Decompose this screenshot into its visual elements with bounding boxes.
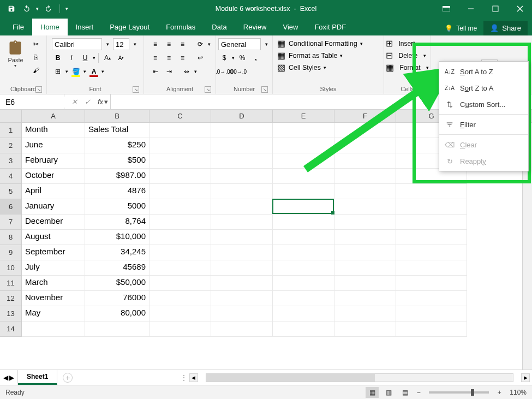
tab-formulas[interactable]: Formulas [158, 19, 204, 35]
cell[interactable] [273, 230, 334, 245]
horizontal-scrollbar[interactable]: ◀ ▶ [187, 370, 532, 385]
align-bottom-icon[interactable]: ≡ [177, 38, 189, 50]
row-header[interactable]: 12 [0, 291, 22, 306]
save-icon[interactable] [5, 3, 17, 15]
cell-styles-button[interactable]: ▧ Cell Styles▾ [277, 62, 326, 73]
cell[interactable] [150, 215, 211, 230]
cell[interactable] [211, 245, 273, 260]
cell[interactable] [334, 230, 396, 245]
cell[interactable]: $50,000 [85, 276, 150, 291]
font-size-select[interactable] [113, 38, 129, 50]
align-center-icon[interactable]: ≡ [163, 52, 175, 64]
align-right-icon[interactable]: ≡ [177, 52, 189, 64]
cell[interactable]: September [22, 245, 85, 260]
undo-icon[interactable] [21, 3, 33, 15]
cell[interactable] [334, 291, 396, 306]
format-cells-button[interactable]: ▦ Format ▾ [386, 62, 429, 73]
cell[interactable]: 80,000 [85, 306, 150, 321]
sheet-nav-next-icon[interactable]: ▶ [9, 374, 14, 382]
cell[interactable]: July [22, 260, 85, 276]
row-header[interactable]: 11 [0, 276, 22, 291]
borders-icon[interactable]: ⊞ [52, 65, 64, 78]
row-header[interactable]: 14 [0, 321, 22, 337]
increase-decimal-icon[interactable]: .0→.00 [218, 65, 230, 78]
cell[interactable] [273, 245, 334, 260]
cell[interactable] [334, 199, 396, 215]
cell[interactable] [396, 260, 467, 276]
cell[interactable]: 34,245 [85, 245, 150, 260]
tab-home[interactable]: Home [32, 19, 68, 35]
font-color-icon[interactable]: A [88, 65, 100, 78]
row-header[interactable]: 5 [0, 184, 22, 199]
bold-button[interactable]: B [52, 52, 64, 64]
cell[interactable]: December [22, 215, 85, 230]
cell[interactable] [22, 321, 85, 337]
cell[interactable] [150, 321, 211, 337]
insert-function-icon[interactable]: fx [95, 98, 106, 106]
dialog-launcher-icon[interactable]: ↘ [35, 86, 42, 93]
cell[interactable] [273, 321, 334, 337]
cell[interactable] [273, 291, 334, 306]
cell[interactable] [396, 291, 467, 306]
qat-customize-icon[interactable]: ▾ [65, 6, 68, 11]
scroll-left-icon[interactable]: ◀ [189, 373, 198, 382]
cell[interactable] [211, 138, 273, 153]
cell[interactable] [211, 153, 273, 169]
cell[interactable] [334, 260, 396, 276]
percent-icon[interactable]: % [236, 52, 248, 64]
cell[interactable] [85, 321, 150, 337]
row-header[interactable]: 7 [0, 215, 22, 230]
row-header[interactable]: 8 [0, 230, 22, 245]
cell[interactable] [273, 306, 334, 321]
italic-button[interactable]: I [65, 52, 77, 64]
select-all-button[interactable] [0, 110, 22, 123]
sort-z-to-a-item[interactable]: Z↓A Sort Z to A [439, 80, 528, 96]
cell[interactable]: $987.00 [85, 169, 150, 184]
cell[interactable] [396, 321, 467, 337]
row-header[interactable]: 4 [0, 169, 22, 184]
cell[interactable]: April [22, 184, 85, 199]
increase-indent-icon[interactable]: ⇥ [163, 65, 175, 78]
redo-icon[interactable] [42, 3, 54, 15]
cell[interactable] [396, 215, 467, 230]
align-left-icon[interactable]: ≡ [150, 52, 162, 64]
cell[interactable] [211, 123, 273, 138]
cell[interactable] [334, 245, 396, 260]
cell[interactable]: 4876 [85, 184, 150, 199]
cell[interactable] [273, 260, 334, 276]
orientation-icon[interactable]: ⟳ [194, 38, 206, 50]
tab-view[interactable]: View [274, 19, 306, 35]
cell[interactable] [396, 230, 467, 245]
cell[interactable] [150, 169, 211, 184]
cell[interactable]: March [22, 276, 85, 291]
cell[interactable] [211, 230, 273, 245]
cell[interactable] [211, 276, 273, 291]
insert-cells-button[interactable]: ⊞ Insert ▾ [386, 38, 423, 49]
cell[interactable] [211, 291, 273, 306]
conditional-formatting-button[interactable]: ▦ Conditional Formatting▾ [277, 38, 363, 49]
normal-view-icon[interactable]: ▦ [366, 387, 379, 398]
minimize-icon[interactable] [458, 0, 483, 17]
cell[interactable] [273, 215, 334, 230]
paste-button[interactable]: Paste ▾ [4, 38, 26, 69]
cell[interactable]: Month [22, 123, 85, 138]
maximize-icon[interactable] [483, 0, 507, 17]
cell[interactable] [150, 123, 211, 138]
enter-formula-icon[interactable]: ✓ [82, 98, 93, 106]
column-header[interactable]: D [211, 110, 273, 122]
row-header[interactable]: 9 [0, 245, 22, 260]
cell[interactable] [273, 169, 334, 184]
sheet-tab[interactable]: Sheet1 [18, 370, 57, 385]
cell[interactable]: November [22, 291, 85, 306]
zoom-slider[interactable] [429, 391, 489, 394]
cell[interactable] [211, 260, 273, 276]
cell[interactable] [396, 199, 467, 215]
align-middle-icon[interactable]: ≡ [163, 38, 175, 50]
cell[interactable] [150, 138, 211, 153]
cell[interactable]: $500 [85, 153, 150, 169]
currency-icon[interactable]: $ [218, 52, 230, 64]
dialog-launcher-icon[interactable]: ↘ [205, 86, 211, 93]
cell[interactable] [150, 199, 211, 215]
ribbon-display-options-icon[interactable] [434, 0, 458, 17]
cell[interactable]: $250 [85, 138, 150, 153]
